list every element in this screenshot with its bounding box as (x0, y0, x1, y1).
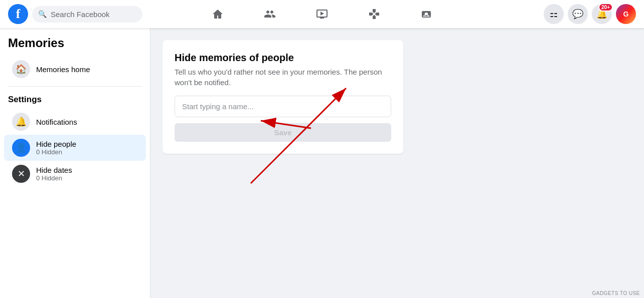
search-box[interactable]: 🔍 Search Facebook (32, 6, 142, 23)
search-placeholder-text: Search Facebook (51, 10, 110, 19)
sidebar-item-hide-dates[interactable]: ✕ Hide dates 0 Hidden (4, 161, 146, 187)
apps-button[interactable]: ⚏ (544, 4, 564, 24)
sidebar-item-hide-people[interactable]: 👤 Hide people 0 Hidden (4, 135, 146, 161)
notifications-icon: 🔔 (12, 113, 30, 131)
hide-dates-label: Hide dates (36, 166, 72, 174)
header-right: ⚏ 💬 🔔 20+ G (496, 4, 636, 24)
sidebar-item-notifications[interactable]: 🔔 Notifications (4, 109, 146, 135)
main-content: Hide memories of people Tell us who you'… (150, 28, 644, 298)
sidebar-divider (8, 86, 142, 87)
sidebar-item-memories-home[interactable]: 🏠 Memories home (4, 56, 146, 82)
hide-people-sub: 0 Hidden (36, 148, 76, 156)
profile-avatar[interactable]: G (616, 4, 636, 24)
nav-friends[interactable] (245, 2, 295, 26)
hide-people-label: Hide people (36, 140, 76, 148)
notifications-label: Notifications (36, 118, 77, 126)
messenger-button[interactable]: 💬 (568, 4, 588, 24)
notification-badge: 20+ (598, 3, 613, 12)
nav-marketplace[interactable] (401, 2, 451, 26)
hide-dates-sub: 0 Hidden (36, 174, 72, 182)
search-icon: 🔍 (38, 10, 47, 18)
fb-logo-text: f (16, 7, 21, 22)
sidebar-title: Memories (0, 32, 150, 56)
hide-dates-icon: ✕ (12, 165, 30, 183)
settings-section-title: Settings (0, 91, 150, 109)
name-search-input[interactable] (175, 96, 391, 117)
save-button[interactable]: Save (175, 123, 391, 142)
memories-home-label: Memories home (36, 65, 90, 74)
sidebar: Memories 🏠 Memories home Settings 🔔 Noti… (0, 28, 150, 298)
watermark: GADGETS TO USE (592, 290, 640, 296)
facebook-logo[interactable]: f (8, 4, 28, 24)
avatar-initials: G (623, 10, 629, 18)
header: f 🔍 Search Facebook ⚏ 💬 🔔 (0, 0, 644, 28)
hide-people-card: Hide memories of people Tell us who you'… (163, 40, 403, 154)
header-left: f 🔍 Search Facebook (8, 4, 148, 24)
nav-gaming[interactable] (349, 2, 399, 26)
page-layout: Memories 🏠 Memories home Settings 🔔 Noti… (0, 28, 644, 298)
hide-people-icon: 👤 (12, 139, 30, 157)
memories-home-icon: 🏠 (12, 60, 30, 78)
notifications-button[interactable]: 🔔 20+ (592, 4, 612, 24)
nav-watch[interactable] (297, 2, 347, 26)
nav-home[interactable] (193, 2, 243, 26)
header-nav (193, 2, 451, 26)
card-description: Tell us who you'd rather not see in your… (175, 67, 391, 88)
card-title: Hide memories of people (175, 52, 391, 64)
